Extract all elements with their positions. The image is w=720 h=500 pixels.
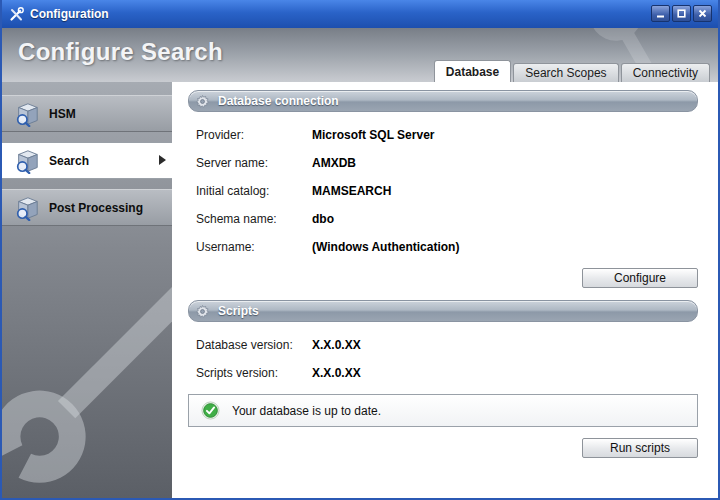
field-label: Schema name: — [196, 212, 312, 227]
sidebar: HSM Search — [2, 82, 172, 498]
configuration-window: Configuration Configure Search D — [0, 0, 720, 500]
tools-icon — [9, 7, 24, 22]
status-box: Your database is up to date. — [188, 394, 698, 427]
field-value: MAMSEARCH — [312, 184, 391, 199]
success-check-icon — [201, 401, 220, 420]
status-message: Your database is up to date. — [232, 404, 381, 418]
sidebar-item-search[interactable]: Search — [2, 142, 172, 179]
field-row-username: Username: (Windows Authentication) — [196, 240, 698, 255]
configure-button[interactable]: Configure — [582, 268, 698, 288]
gear-icon — [195, 94, 210, 109]
tab-database[interactable]: Database — [434, 60, 511, 82]
page-header: Configure Search Database Search Scopes … — [2, 28, 718, 82]
section-title: Database connection — [218, 94, 339, 108]
close-button[interactable] — [693, 5, 712, 22]
wrench-watermark-icon — [2, 239, 172, 498]
field-label: Initial catalog: — [196, 184, 312, 199]
run-scripts-button-row: Run scripts — [188, 438, 698, 458]
minimize-button[interactable] — [651, 5, 670, 22]
field-label: Scripts version: — [196, 366, 312, 381]
post-processing-server-icon — [14, 195, 40, 221]
configure-button-row: Configure — [188, 268, 698, 288]
tab-bar: Database Search Scopes Connectivity — [432, 60, 710, 82]
field-value: AMXDB — [312, 156, 356, 171]
field-label: Server name: — [196, 156, 312, 171]
sidebar-item-label: Search — [49, 154, 89, 168]
field-label: Provider: — [196, 128, 312, 143]
page-title: Configure Search — [18, 38, 223, 66]
section-title: Scripts — [218, 304, 259, 318]
tab-search-scopes[interactable]: Search Scopes — [513, 63, 618, 82]
field-row-database-version: Database version: X.X.0.XX — [196, 338, 698, 353]
window-controls — [651, 5, 712, 22]
field-value: Microsoft SQL Server — [312, 128, 434, 143]
section-header-scripts: Scripts — [188, 300, 698, 322]
hsm-server-icon — [14, 101, 40, 127]
field-label: Database version: — [196, 338, 312, 353]
field-row-server-name: Server name: AMXDB — [196, 156, 698, 171]
selected-item-arrow-icon — [159, 155, 166, 165]
sidebar-item-label: HSM — [49, 107, 76, 121]
field-value: X.X.0.XX — [312, 366, 361, 381]
field-row-initial-catalog: Initial catalog: MAMSEARCH — [196, 184, 698, 199]
field-value: X.X.0.XX — [312, 338, 361, 353]
field-label: Username: — [196, 240, 312, 255]
field-value: (Windows Authentication) — [312, 240, 459, 255]
sidebar-item-label: Post Processing — [49, 201, 143, 215]
tab-connectivity[interactable]: Connectivity — [621, 63, 710, 82]
gear-icon — [195, 304, 210, 319]
field-row-scripts-version: Scripts version: X.X.0.XX — [196, 366, 698, 381]
search-server-icon — [14, 148, 40, 174]
field-row-provider: Provider: Microsoft SQL Server — [196, 128, 698, 143]
titlebar[interactable]: Configuration — [2, 0, 718, 28]
maximize-button[interactable] — [672, 5, 691, 22]
field-value: dbo — [312, 212, 334, 227]
window-title: Configuration — [30, 7, 109, 21]
section-header-database-connection: Database connection — [188, 90, 698, 112]
sidebar-item-hsm[interactable]: HSM — [2, 95, 172, 132]
sidebar-item-post-processing[interactable]: Post Processing — [2, 189, 172, 226]
content-panel: Database connection Provider: Microsoft … — [172, 82, 718, 498]
field-row-schema-name: Schema name: dbo — [196, 212, 698, 227]
run-scripts-button[interactable]: Run scripts — [582, 438, 698, 458]
